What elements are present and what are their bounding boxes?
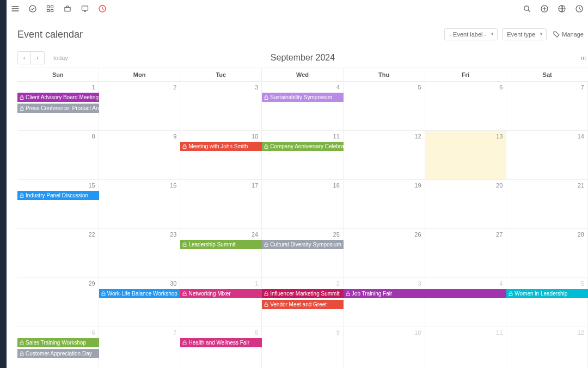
day-cell[interactable]: 3 xyxy=(180,82,262,130)
event-label: Influencer Marketing Summit xyxy=(270,289,339,298)
weeks-container: 1234567Client Advisory Board MeetingSust… xyxy=(17,81,588,368)
day-cell[interactable]: 22 xyxy=(17,229,99,277)
day-cell[interactable]: 6 xyxy=(17,327,99,368)
search-icon[interactable] xyxy=(523,4,531,13)
day-cell[interactable]: 10 xyxy=(180,131,262,179)
day-cell[interactable]: 8 xyxy=(180,327,262,368)
svg-rect-19 xyxy=(183,244,186,247)
day-cell[interactable]: 1 xyxy=(180,278,262,327)
tag-icon xyxy=(553,31,560,38)
day-cell[interactable]: 6 xyxy=(425,82,507,130)
day-number: 4 xyxy=(499,280,503,287)
monitor-icon[interactable] xyxy=(81,4,89,13)
today-button[interactable]: today xyxy=(50,53,71,63)
day-cell[interactable]: 24 xyxy=(180,229,262,277)
event-bar[interactable]: Sustainability Symposium xyxy=(262,93,344,102)
day-cell[interactable]: 17 xyxy=(180,180,262,228)
day-number: 22 xyxy=(88,231,95,238)
event-bar[interactable]: Cultural Diversity Symposium xyxy=(262,240,344,249)
event-bar[interactable]: Customer Appreciation Day xyxy=(17,349,99,358)
day-cell[interactable]: 9 xyxy=(262,327,344,368)
event-label-select[interactable]: - Event label - xyxy=(444,28,498,40)
clock-alert-icon[interactable] xyxy=(98,4,107,13)
event-bar[interactable]: Influencer Marketing Summit xyxy=(262,289,344,298)
day-cell[interactable]: 27 xyxy=(425,229,507,277)
day-cell[interactable]: 11 xyxy=(262,131,344,179)
event-bar[interactable]: Company Anniversary Celebration xyxy=(262,142,344,151)
event-bar[interactable]: Health and Wellness Fair xyxy=(180,338,262,347)
event-bar[interactable]: Networking Mixer xyxy=(180,289,262,298)
briefcase-icon[interactable] xyxy=(63,4,72,13)
event-type-select[interactable]: Event type xyxy=(502,28,547,40)
day-cell[interactable]: 7 xyxy=(99,327,181,368)
day-cell[interactable]: 2 xyxy=(99,82,181,130)
grid-icon[interactable] xyxy=(46,4,54,13)
event-label: Sales Training Workshop xyxy=(26,338,86,347)
day-cell[interactable]: 12 xyxy=(506,327,588,368)
day-cell[interactable]: 4 xyxy=(425,278,507,327)
event-bar[interactable]: Press Conference: Product Announcement xyxy=(17,104,99,113)
event-bar[interactable]: Vendor Meet and Greet xyxy=(262,300,344,309)
history-icon[interactable] xyxy=(575,4,584,13)
event-bar[interactable]: Client Advisory Board Meeting xyxy=(17,93,99,102)
day-cell[interactable]: 19 xyxy=(344,180,425,228)
day-number: 6 xyxy=(92,329,95,336)
day-header: Wed xyxy=(262,68,344,81)
day-cell[interactable]: 10 xyxy=(344,327,425,368)
day-cell[interactable]: 26 xyxy=(344,229,425,277)
week-row: 1234567Client Advisory Board MeetingSust… xyxy=(17,81,588,130)
day-cell[interactable]: 12 xyxy=(344,131,425,179)
day-cell[interactable]: 29 xyxy=(17,278,99,327)
event-label: Leadership Summit xyxy=(188,240,235,249)
day-cell[interactable]: 30 xyxy=(99,278,181,327)
prev-month-button[interactable]: ‹ xyxy=(18,52,31,64)
day-cell[interactable]: 25 xyxy=(262,229,344,277)
svg-rect-3 xyxy=(47,10,50,12)
topbar-left xyxy=(11,4,107,13)
menu-icon[interactable] xyxy=(11,4,20,13)
event-bar[interactable]: Sales Training Workshop xyxy=(17,338,99,347)
day-headers: SunMonTueWedThuFriSat xyxy=(17,68,588,81)
svg-rect-20 xyxy=(265,244,268,247)
day-number: 8 xyxy=(92,133,95,140)
day-cell[interactable]: 18 xyxy=(262,180,344,228)
day-cell[interactable]: 15 xyxy=(17,180,99,228)
day-cell[interactable]: 13 xyxy=(425,131,507,179)
event-bar[interactable]: Meeting with John Smith xyxy=(180,142,262,151)
svg-rect-1 xyxy=(47,6,50,8)
event-bar[interactable]: Industry Panel Discussion xyxy=(17,191,99,200)
svg-rect-22 xyxy=(183,293,186,296)
next-month-button[interactable]: › xyxy=(31,52,44,64)
day-cell[interactable]: 11 xyxy=(425,327,507,368)
day-cell[interactable]: 23 xyxy=(99,229,181,277)
globe-icon[interactable] xyxy=(558,4,566,13)
event-bar[interactable]: Job Training Fair xyxy=(344,289,506,298)
event-bar[interactable]: Women in Leadership xyxy=(506,289,588,298)
day-cell[interactable]: 21 xyxy=(506,180,588,228)
svg-rect-21 xyxy=(102,293,105,296)
day-cell[interactable]: 9 xyxy=(99,131,181,179)
day-header: Sat xyxy=(506,68,588,81)
week-row: 22232425262728Leadership SummitCultural … xyxy=(17,228,588,277)
manage-link[interactable]: Manage xyxy=(551,29,586,40)
day-cell[interactable]: 20 xyxy=(425,180,507,228)
view-short-label[interactable]: m xyxy=(581,55,588,61)
day-cell[interactable]: 28 xyxy=(506,229,588,277)
day-cell[interactable]: 5 xyxy=(344,82,425,130)
svg-rect-29 xyxy=(20,353,23,356)
day-cell[interactable]: 8 xyxy=(17,131,99,179)
event-bar[interactable]: Work-Life Balance Workshop xyxy=(99,289,181,298)
day-cell[interactable]: 3 xyxy=(344,278,425,327)
svg-rect-16 xyxy=(183,146,186,149)
event-label: Client Advisory Board Meeting xyxy=(26,93,99,102)
day-cell[interactable]: 16 xyxy=(99,180,181,228)
day-cell[interactable]: 4 xyxy=(262,82,344,130)
day-cell[interactable]: 5 xyxy=(506,278,588,327)
check-circle-icon[interactable] xyxy=(28,4,37,13)
day-cell[interactable]: 14 xyxy=(506,131,588,179)
event-bar[interactable]: Leadership Summit xyxy=(180,240,262,249)
day-cell[interactable]: 7 xyxy=(506,82,588,130)
topbar-right xyxy=(523,4,584,13)
day-number: 11 xyxy=(333,133,340,140)
plus-circle-icon[interactable] xyxy=(540,4,549,13)
